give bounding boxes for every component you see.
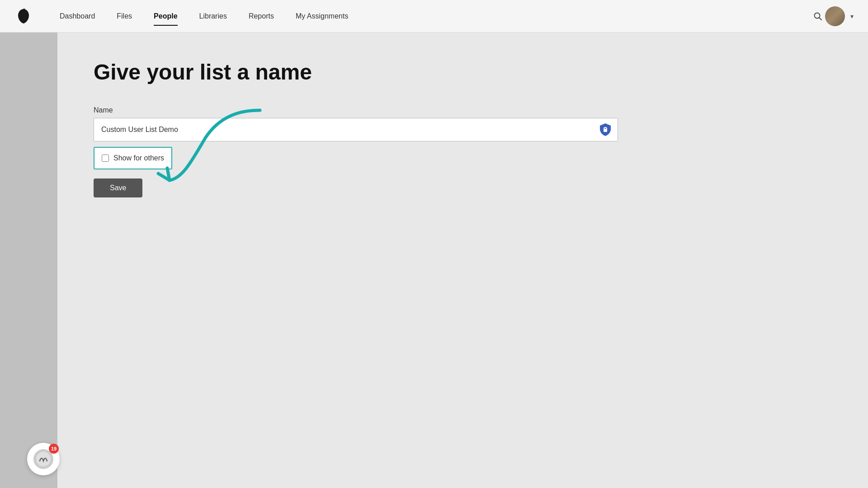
search-button[interactable] xyxy=(811,9,825,23)
chevron-down-icon[interactable]: ▾ xyxy=(850,13,854,20)
nav-links: Dashboard Files People Libraries Reports… xyxy=(51,9,803,24)
nav-link-reports[interactable]: Reports xyxy=(240,9,283,24)
main-content: Give your list a name Name Show for othe… xyxy=(0,33,868,488)
name-input[interactable] xyxy=(94,118,618,141)
show-for-others-row: Show for others xyxy=(94,147,172,169)
save-button[interactable]: Save xyxy=(94,178,142,197)
page-title: Give your list a name xyxy=(94,60,832,84)
nav-link-people[interactable]: People xyxy=(145,9,186,24)
shield-lock-icon xyxy=(598,122,613,137)
show-for-others-checkbox[interactable] xyxy=(102,155,109,162)
floating-widget[interactable]: 19 xyxy=(27,443,60,475)
nav-link-dashboard[interactable]: Dashboard xyxy=(51,9,104,24)
svg-line-1 xyxy=(819,18,821,20)
name-form-group: Name Show for others Save xyxy=(94,106,832,197)
nav-link-libraries[interactable]: Libraries xyxy=(190,9,236,24)
svg-point-4 xyxy=(36,452,51,466)
sidebar-strip xyxy=(0,33,57,488)
name-input-wrapper xyxy=(94,118,618,141)
avatar[interactable] xyxy=(825,6,845,26)
app-logo[interactable] xyxy=(14,7,33,25)
show-for-others-label[interactable]: Show for others xyxy=(113,154,164,162)
name-label: Name xyxy=(94,106,832,114)
nav-link-files[interactable]: Files xyxy=(108,9,141,24)
widget-badge: 19 xyxy=(49,444,59,454)
nav-link-my-assignments[interactable]: My Assignments xyxy=(287,9,357,24)
navbar: Dashboard Files People Libraries Reports… xyxy=(0,0,868,33)
navbar-right: ▾ xyxy=(825,6,854,26)
content-panel: Give your list a name Name Show for othe… xyxy=(57,33,868,488)
